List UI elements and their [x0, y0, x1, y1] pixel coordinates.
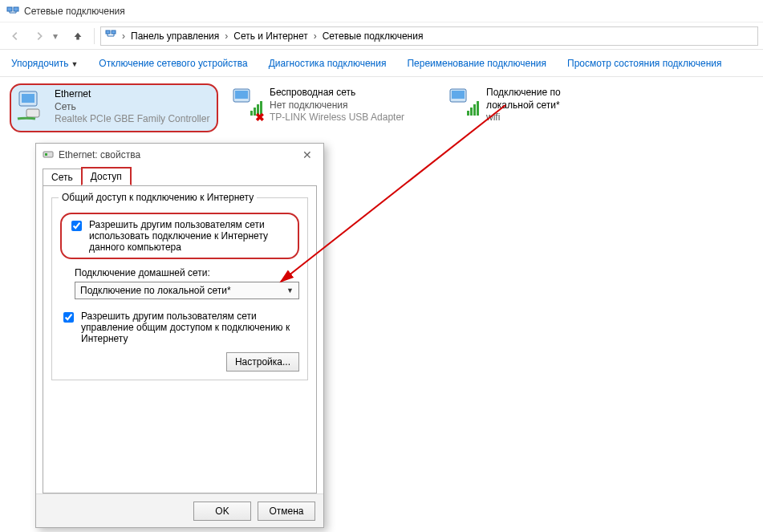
- allow-control-checkbox[interactable]: [63, 312, 74, 323]
- ok-button[interactable]: OK: [193, 502, 251, 521]
- chevron-right-icon: ›: [312, 30, 319, 42]
- nav-history-dropdown[interactable]: ▾: [53, 30, 64, 42]
- dialog-tabs: Сеть Доступ: [36, 166, 323, 185]
- connection-name: Ethernet: [55, 88, 209, 101]
- allow-control-label: Разрешить другим пользователям сети упра…: [81, 311, 299, 344]
- svg-rect-16: [470, 108, 473, 116]
- properties-dialog: Ethernet: свойства ✕ Сеть Доступ Общий д…: [35, 143, 324, 528]
- disable-device-link[interactable]: Отключение сетевого устройства: [99, 58, 247, 69]
- connection-device: TP-LINK Wireless USB Adapter: [270, 112, 404, 124]
- nav-back-button[interactable]: [5, 26, 26, 47]
- dialog-footer: OK Отмена: [36, 493, 323, 527]
- allow-share-row: Разрешить другим пользователям сети испо…: [60, 213, 299, 259]
- connection-name: Подключение по локальной сети*: [486, 87, 607, 112]
- window-titlebar: Сетевые подключения: [0, 0, 763, 22]
- svg-rect-20: [43, 152, 53, 157]
- breadcrumb[interactable]: › Панель управления › Сеть и Интернет › …: [100, 26, 758, 46]
- connections-list: Ethernet Сеть Realtek PCIe GBE Family Co…: [10, 83, 753, 132]
- settings-button-label: Настройка...: [235, 356, 290, 368]
- cancel-button[interactable]: Отмена: [258, 502, 315, 521]
- svg-rect-14: [452, 91, 465, 99]
- svg-rect-6: [26, 109, 39, 117]
- ok-label: OK: [215, 506, 229, 517]
- connection-item-lan[interactable]: Подключение по локальной сети* wifi: [443, 83, 611, 129]
- svg-rect-3: [112, 30, 116, 34]
- chevron-down-icon: ▼: [286, 286, 294, 294]
- allow-share-label: Разрешить другим пользователям сети испо…: [89, 219, 291, 253]
- diagnose-link[interactable]: Диагностика подключения: [269, 58, 387, 69]
- tab-panel-access: Общий доступ к подключению к Интернету Р…: [43, 185, 317, 493]
- breadcrumb-item[interactable]: Сеть и Интернет: [229, 29, 311, 43]
- separator: [94, 28, 95, 44]
- allow-control-row: Разрешить другим пользователям сети упра…: [60, 311, 299, 344]
- svg-rect-5: [22, 94, 34, 103]
- content-area: Ethernet Сеть Realtek PCIe GBE Family Co…: [0, 77, 763, 532]
- nav-up-button[interactable]: [67, 26, 88, 47]
- nic-icon: [43, 148, 54, 162]
- ics-group: Общий доступ к подключению к Интернету Р…: [51, 197, 308, 380]
- breadcrumb-item[interactable]: Сетевые подключения: [319, 29, 428, 43]
- connection-status: Нет подключения: [270, 99, 404, 112]
- svg-rect-9: [250, 111, 253, 116]
- home-network-select[interactable]: Подключение по локальной сети* ▼: [75, 282, 299, 299]
- network-icon: [104, 28, 117, 43]
- settings-button[interactable]: Настройка...: [226, 352, 299, 372]
- connection-status: wifi: [486, 112, 607, 124]
- command-toolbar: Упорядочить▼ Отключение сетевого устройс…: [0, 50, 763, 77]
- wireless-icon: ✖: [231, 87, 265, 120]
- connection-device: Realtek PCIe GBE Family Controller: [55, 113, 209, 126]
- allow-share-checkbox[interactable]: [71, 221, 82, 231]
- chevron-right-icon: ›: [120, 30, 127, 42]
- status-link[interactable]: Просмотр состояния подключения: [567, 58, 721, 69]
- chevron-right-icon: ›: [223, 30, 229, 42]
- breadcrumb-item[interactable]: Панель управления: [127, 29, 223, 43]
- svg-rect-8: [235, 91, 248, 99]
- network-folder-icon: [6, 3, 19, 18]
- tab-access[interactable]: Доступ: [81, 167, 132, 185]
- nav-forward-button[interactable]: [29, 26, 50, 47]
- svg-rect-0: [7, 7, 12, 11]
- lan-icon: [448, 87, 481, 120]
- svg-rect-15: [467, 111, 469, 116]
- connection-status: Сеть: [55, 101, 209, 114]
- navigation-bar: ▾ › Панель управления › Сеть и Интернет …: [0, 22, 763, 50]
- svg-rect-21: [45, 153, 47, 156]
- svg-rect-1: [14, 7, 18, 11]
- close-button[interactable]: ✕: [298, 147, 317, 163]
- dialog-titlebar[interactable]: Ethernet: свойства ✕: [36, 144, 323, 166]
- tab-network[interactable]: Сеть: [43, 169, 82, 185]
- connection-item-ethernet[interactable]: Ethernet Сеть Realtek PCIe GBE Family Co…: [10, 83, 218, 132]
- select-value: Подключение по локальной сети*: [80, 285, 231, 296]
- chevron-down-icon: ▼: [71, 60, 78, 68]
- dialog-title: Ethernet: свойства: [59, 149, 140, 160]
- connection-item-wireless[interactable]: ✖ Беспроводная сеть Нет подключения TP-L…: [226, 83, 435, 129]
- home-network-label: Подключение домашней сети:: [75, 267, 299, 278]
- svg-rect-18: [477, 101, 479, 116]
- connection-name: Беспроводная сеть: [270, 87, 404, 99]
- rename-link[interactable]: Переименование подключения: [407, 58, 546, 69]
- svg-rect-2: [106, 30, 110, 34]
- svg-rect-17: [473, 104, 476, 116]
- ethernet-icon: [16, 88, 50, 122]
- organize-menu[interactable]: Упорядочить▼: [11, 58, 78, 69]
- disconnected-x-icon: ✖: [255, 111, 266, 122]
- cancel-label: Отмена: [269, 506, 303, 517]
- window-title: Сетевые подключения: [24, 6, 125, 17]
- group-legend: Общий доступ к подключению к Интернету: [59, 192, 257, 203]
- organize-label: Упорядочить: [11, 58, 68, 69]
